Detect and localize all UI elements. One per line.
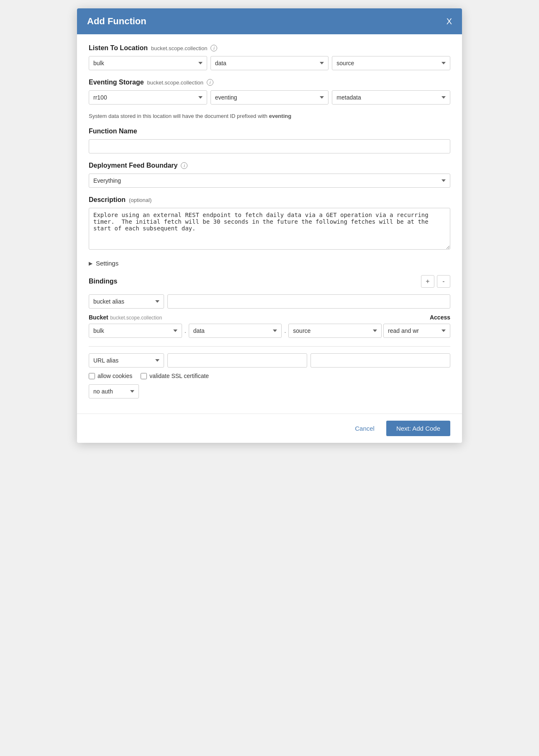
bindings-title: Bindings [89,278,117,285]
access-section-label: Access [430,314,450,321]
allow-cookies-label: allow cookies [98,373,132,379]
bindings-section: Bindings + - bucket alias URL alias src_… [89,275,450,398]
listen-to-location-label: Listen To Location bucket.scope.collecti… [89,44,450,52]
deployment-feed-select[interactable]: Everything [89,174,450,188]
binding-1-collection-select[interactable]: source [288,324,382,338]
binding-2-alias-input[interactable]: exchangeRateApi [167,353,307,368]
deployment-feed-section: Deployment Feed Boundary i Everything [89,162,450,188]
eventing-storage-hint: System data stored in this location will… [89,113,450,119]
eventing-scope-select[interactable]: eventing [210,90,329,105]
next-add-code-button[interactable]: Next: Add Code [386,421,450,436]
listen-to-location-selects: bulk data source [89,56,450,70]
binding-1-type-select[interactable]: bucket alias URL alias [89,294,164,309]
close-button[interactable]: X [447,17,452,26]
binding-2-auth-select[interactable]: no auth [89,384,139,398]
modal-footer: Cancel Next: Add Code [77,414,462,443]
binding-1-access-select[interactable]: read and wr [383,324,450,338]
modal-body: Listen To Location bucket.scope.collecti… [77,34,462,414]
bindings-header: Bindings + - [89,275,450,288]
eventing-storage-selects: rr100 eventing metadata [89,90,450,105]
description-label: Description (optional) [89,196,450,204]
binding-2-checkbox-row: allow cookies validate SSL certificate [89,373,450,379]
validate-ssl-checkbox-label[interactable]: validate SSL certificate [141,373,209,379]
dot-1: . [184,328,187,334]
listen-to-location-info-icon[interactable]: i [210,45,217,51]
eventing-storage-label: Eventing Storage bucket.scope.collection… [89,79,450,86]
listen-to-location-section: Listen To Location bucket.scope.collecti… [89,44,450,70]
binding-1-scope-select[interactable]: data [189,324,282,338]
modal-header: Add Function X [77,8,462,34]
function-name-input[interactable]: external_rest_via_curl_get [89,139,450,153]
deployment-feed-label: Deployment Feed Boundary i [89,162,450,169]
description-section: Description (optional) Explore using an … [89,196,450,251]
modal-title: Add Function [87,16,146,27]
binding-1-alias-input[interactable]: src_col [167,294,450,309]
dot-2: . [283,328,287,334]
allow-cookies-checkbox[interactable] [89,373,95,379]
validate-ssl-checkbox[interactable] [141,373,147,379]
function-name-label: Function Name [89,128,450,135]
settings-toggle[interactable]: ▶ Settings [89,260,450,267]
bucket-section-label: Bucket bucket.scope.collection [89,314,162,321]
remove-binding-button[interactable]: - [437,275,450,288]
add-function-modal: Add Function X Listen To Location bucket… [77,8,462,443]
listen-bucket-select[interactable]: bulk [89,56,207,70]
eventing-bucket-select[interactable]: rr100 [89,90,207,105]
eventing-storage-section: Eventing Storage bucket.scope.collection… [89,79,450,119]
eventing-collection-select[interactable]: metadata [332,90,450,105]
binding-1-bucket-access-row: bulk . data . source read and wr [89,324,450,338]
listen-scope-select[interactable]: data [210,56,329,70]
add-binding-button[interactable]: + [421,275,434,288]
deployment-feed-info-icon[interactable]: i [181,162,187,169]
eventing-storage-info-icon[interactable]: i [207,79,213,86]
binding-1-type-row: bucket alias URL alias src_col [89,294,450,309]
settings-label: Settings [96,260,118,267]
binding-2-url-row: bucket alias URL alias exchangeRateApi h… [89,353,450,368]
bindings-actions: + - [421,275,450,288]
allow-cookies-checkbox-label[interactable]: allow cookies [89,373,132,379]
description-textarea[interactable]: Explore using an external REST endpoint … [89,208,450,250]
binding-2-type-select[interactable]: bucket alias URL alias [89,353,164,368]
binding-2-auth-row: no auth [89,384,450,398]
settings-triangle-icon: ▶ [89,261,92,266]
validate-ssl-label: validate SSL certificate [149,373,209,379]
bindings-divider [89,346,450,347]
cancel-button[interactable]: Cancel [350,421,380,435]
listen-collection-select[interactable]: source [332,56,450,70]
function-name-section: Function Name external_rest_via_curl_get [89,128,450,153]
binding-2-url-input[interactable]: https://api.frankfurter.app/ [311,353,450,368]
binding-1-bucket-select[interactable]: bulk [89,324,182,338]
